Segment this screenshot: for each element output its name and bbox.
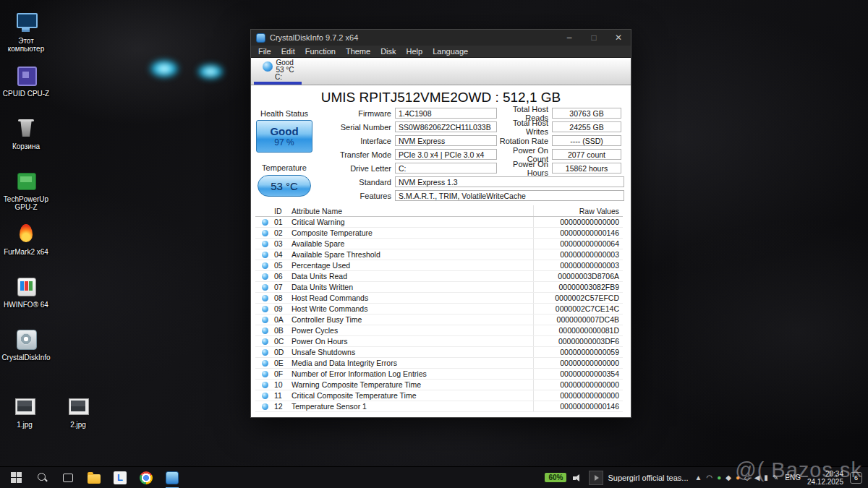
attribute-name-column-header: Attribute Name [292,205,533,216]
desktop-icon-computer[interactable]: Этот компьютер [1,10,51,56]
attribute-raw-value: 00000000000003 [533,260,623,270]
taskbar-apps: L [3,467,185,488]
hwinfo-icon [14,274,38,299]
field-row: FeaturesS.M.A.R.T., TRIM, VolatileWriteC… [293,189,624,202]
attribute-name: Power On Hours [292,336,533,346]
menu-edit[interactable]: Edit [276,47,300,56]
battery-indicator[interactable]: 60% [545,473,566,482]
attribute-id: 04 [274,249,292,260]
minimize-button[interactable]: – [557,30,582,46]
attribute-name: Critical Warning [292,217,533,227]
green-status-icon[interactable]: ● [717,474,721,481]
field-label-standard: Standard [293,178,395,187]
field-value-interface: NVM Express [395,135,497,146]
crystaldiskinfo-button[interactable] [159,467,185,488]
desktop-icon-image[interactable]: 2.jpg [58,394,98,433]
attribute-id: 0D [274,347,292,357]
menu-help[interactable]: Help [401,47,428,56]
attribute-raw-value: 00000000000059 [533,347,623,357]
good-status-dot-icon [262,360,268,367]
file-explorer-button[interactable] [81,467,107,488]
attribute-id: 06 [274,271,292,281]
attribute-name: Unsafe Shutdowns [292,347,533,357]
field-value-firmware: 1.4C1908 [395,108,497,119]
photo-watermark: @( Bazos.sk [735,458,862,482]
wallpaper-glow [149,59,179,78]
computer-icon [14,10,38,35]
crystaldiskinfo-app-icon [256,33,265,43]
drive-detail-fields: Firmware1.4C1908Serial NumberSS0W86206Z2… [293,106,497,175]
search-button[interactable] [29,467,55,488]
speaker-icon[interactable] [573,474,582,482]
close-button[interactable]: ✕ [606,30,631,46]
attribute-raw-value: 00000003082FB9 [533,282,623,292]
attribute-name: Temperature Sensor 1 [292,401,533,411]
attribute-raw-value: 00000000000000 [533,358,623,368]
attribute-id: 07 [274,282,292,292]
menu-function[interactable]: Function [300,47,341,56]
task-view-button[interactable] [55,467,81,488]
attribute-name: Data Units Read [292,271,533,281]
attribute-raw-value: 0000000000081D [533,325,623,335]
desktop-icon-disk[interactable]: CrystalDiskInfo [1,327,51,372]
desktop-icon-image[interactable]: 1.jpg [4,394,45,433]
good-status-dot-icon [262,403,268,410]
chrome-button[interactable] [133,467,159,488]
desktop-icon-cpu[interactable]: CPUID CPU-Z [1,63,51,108]
chevron-up-icon[interactable]: ▲ [695,474,702,481]
attribute-name: Host Read Commands [292,293,533,303]
shield-icon[interactable]: ◆ [726,474,731,481]
attribute-id: 0C [274,336,292,346]
attribute-name: Number of Error Information Log Entries [292,369,533,379]
drive-tab-c[interactable]: Good 53 °C C: [255,59,302,82]
selected-drive-underline [254,82,302,85]
smart-row: 10Warning Composite Temperature Time0000… [255,380,623,390]
desktop-icon-label: TechPowerUp GPU-Z [1,195,51,211]
attribute-raw-value: 00000000000000 [533,390,623,401]
media-widget[interactable]: Supergirl official teas... [589,471,688,485]
menu-file[interactable]: File [253,47,276,56]
good-status-dot-icon [262,219,268,226]
field-row: StandardNVM Express 1.3 [293,175,624,189]
app-l-icon: L [114,471,127,484]
good-status-dot-icon [262,262,268,269]
attribute-raw-value: 00000000000003 [533,249,623,260]
start-icon [11,472,22,483]
desktop-icon-label: 1.jpg [4,421,45,429]
smart-row: 0FNumber of Error Information Log Entrie… [255,369,623,380]
attribute-id: 03 [274,239,292,249]
start-button[interactable] [3,467,29,488]
app-l-button[interactable]: L [107,467,133,488]
wifi-icon[interactable]: ◠ [706,474,712,481]
menu-theme[interactable]: Theme [341,47,375,56]
desktop-icon-fire[interactable]: FurMark2 x64 [1,221,51,267]
desktop-icon-hwinfo[interactable]: HWINFO® 64 [1,274,51,320]
chrome-icon [140,471,153,484]
id-column-header: ID [274,205,292,216]
attribute-raw-value: 00000000000146 [533,228,623,238]
good-status-dot-icon [262,252,268,258]
menu-disk[interactable]: Disk [375,47,401,56]
media-thumbnail [589,471,603,485]
desktop-file-icons: 1.jpg2.jpg [4,394,98,433]
attribute-raw-value: 00000000000354 [533,369,623,379]
attribute-id: 0E [274,358,292,368]
attribute-raw-value: 00000000000000 [533,380,623,390]
desktop-icon-gpu[interactable]: TechPowerUp GPU-Z [1,168,51,214]
desktop-icon-recycle[interactable]: Корзина [1,116,51,161]
smart-row: 06Data Units Read00000003D8706A [255,271,623,282]
field-row: InterfaceNVM Express [293,134,497,147]
good-status-dot-icon [262,349,268,356]
attribute-id: 01 [274,217,292,227]
menu-language[interactable]: Language [427,47,473,56]
attribute-id: 10 [274,380,292,390]
window-titlebar[interactable]: CrystalDiskInfo 9.7.2 x64 – □ ✕ [251,30,631,46]
maximize-button[interactable]: □ [582,30,606,46]
attribute-name: Critical Composite Temperature Time [292,390,533,401]
smart-attribute-table: ID Attribute Name Raw Values 01Critical … [255,205,623,412]
attribute-id: 12 [274,401,292,411]
good-status-dot-icon [262,371,268,377]
desktop-icon-label: Этот компьютер [1,37,51,53]
attribute-raw-value: 0000000007DC4B [533,314,623,325]
field-value-power-on-count: 2077 count [552,149,621,160]
